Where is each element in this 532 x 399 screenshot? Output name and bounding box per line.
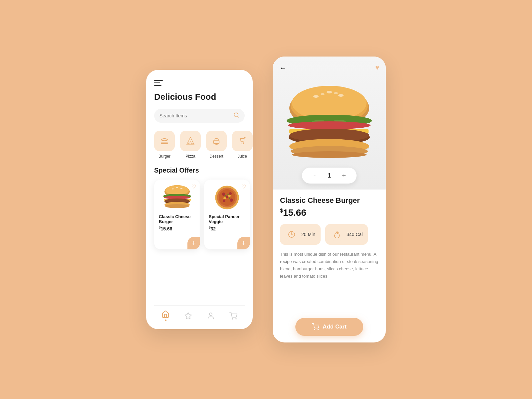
svg-rect-6 bbox=[214, 140, 219, 143]
quantity-value: 1 bbox=[326, 172, 333, 179]
svg-point-39 bbox=[209, 313, 212, 316]
favorite-button[interactable]: ♥ bbox=[375, 64, 379, 71]
search-input[interactable] bbox=[159, 113, 233, 118]
juice-icon-box bbox=[232, 131, 253, 151]
svg-point-23 bbox=[165, 204, 189, 208]
burger-svg bbox=[159, 184, 195, 211]
svg-point-35 bbox=[223, 197, 226, 199]
category-dessert[interactable]: Dessert bbox=[206, 131, 227, 159]
food-card-pizza[interactable]: ♡ bbox=[204, 180, 250, 249]
cart-nav-icon bbox=[229, 312, 237, 320]
nav-profile[interactable] bbox=[207, 312, 215, 320]
product-price: $15.66 bbox=[280, 207, 379, 218]
card-heart-pizza[interactable]: ♡ bbox=[241, 184, 246, 190]
add-burger-button[interactable]: + bbox=[187, 237, 200, 249]
add-cart-label: Add Cart bbox=[323, 324, 347, 330]
svg-point-32 bbox=[225, 195, 226, 197]
juice-icon bbox=[237, 136, 247, 146]
category-burger-label: Burger bbox=[158, 154, 170, 159]
section-title: Special Offers bbox=[154, 167, 245, 174]
card2-price: $32 bbox=[209, 225, 216, 231]
calories-icon-box bbox=[331, 228, 343, 241]
star-icon bbox=[184, 312, 192, 320]
menu-icon[interactable] bbox=[154, 80, 163, 86]
svg-point-27 bbox=[222, 193, 225, 196]
category-burger[interactable]: Burger bbox=[154, 131, 175, 159]
user-icon bbox=[207, 312, 215, 320]
page-title: Delicious Food bbox=[154, 92, 245, 102]
svg-point-29 bbox=[230, 199, 233, 202]
svg-point-50 bbox=[334, 92, 338, 94]
burger-icon-box bbox=[154, 131, 175, 151]
dessert-icon-box bbox=[206, 131, 227, 151]
cart-icon bbox=[312, 323, 319, 331]
svg-point-28 bbox=[229, 192, 232, 195]
svg-point-16 bbox=[180, 188, 182, 189]
back-button[interactable]: ← bbox=[279, 64, 287, 72]
price-value: 15.66 bbox=[283, 207, 306, 218]
bottom-nav bbox=[154, 305, 245, 323]
svg-point-63 bbox=[314, 329, 315, 330]
food-card-burger[interactable]: ♡ bbox=[154, 180, 200, 249]
svg-line-1 bbox=[237, 116, 238, 117]
time-icon-box bbox=[285, 228, 298, 241]
svg-point-30 bbox=[223, 200, 225, 202]
dessert-icon bbox=[211, 136, 221, 146]
svg-point-49 bbox=[321, 93, 325, 95]
pizza-card-image bbox=[209, 184, 245, 211]
quantity-row: - 1 + bbox=[302, 168, 357, 184]
time-tag: 20 Min bbox=[280, 224, 321, 245]
calories-tag: 340 Cal bbox=[325, 224, 368, 245]
card1-price: $15.66 bbox=[159, 225, 172, 231]
burger-icon bbox=[159, 136, 169, 146]
nav-favorites[interactable] bbox=[184, 312, 192, 320]
add-cart-button[interactable]: Add Cart bbox=[295, 318, 363, 336]
svg-point-47 bbox=[327, 91, 332, 93]
right-screen: ← ♥ bbox=[273, 57, 386, 342]
svg-point-15 bbox=[176, 187, 178, 188]
svg-point-33 bbox=[229, 198, 230, 199]
card1-name: Classic Cheese Burger bbox=[159, 214, 195, 224]
svg-point-36 bbox=[228, 195, 231, 197]
svg-point-2 bbox=[161, 139, 168, 141]
svg-point-41 bbox=[236, 319, 236, 319]
card2-name: Special Paneer Veggie bbox=[209, 214, 245, 224]
svg-point-5 bbox=[191, 143, 192, 144]
svg-point-46 bbox=[313, 95, 319, 98]
price-currency: $ bbox=[280, 208, 283, 213]
time-value: 20 Min bbox=[301, 232, 315, 237]
product-description: This is most unique dish of our restaura… bbox=[280, 251, 379, 280]
nav-cart[interactable] bbox=[229, 312, 237, 320]
card-heart-burger[interactable]: ♡ bbox=[191, 184, 196, 190]
info-tags: 20 Min 340 Cal bbox=[280, 224, 379, 245]
category-dessert-label: Dessert bbox=[209, 154, 223, 159]
home-icon bbox=[161, 310, 169, 318]
burger-card-image bbox=[159, 184, 195, 211]
categories-row: Burger Pizza bbox=[154, 131, 245, 159]
add-pizza-button[interactable]: + bbox=[237, 237, 250, 249]
pizza-icon-box bbox=[180, 131, 201, 151]
svg-point-31 bbox=[226, 196, 228, 198]
quantity-minus-button[interactable]: - bbox=[310, 171, 319, 180]
svg-point-61 bbox=[292, 151, 367, 158]
svg-point-64 bbox=[318, 329, 319, 330]
pizza-icon bbox=[185, 136, 195, 146]
calories-value: 340 Cal bbox=[347, 232, 363, 237]
category-juice[interactable]: Juice bbox=[232, 131, 253, 159]
svg-point-13 bbox=[165, 185, 189, 195]
pizza-svg bbox=[212, 184, 242, 211]
search-icon bbox=[233, 112, 239, 119]
left-screen: Delicious Food Burger bbox=[146, 70, 253, 329]
clock-icon bbox=[288, 231, 295, 238]
svg-point-34 bbox=[227, 194, 229, 195]
svg-point-4 bbox=[188, 143, 189, 144]
category-pizza[interactable]: Pizza bbox=[180, 131, 201, 159]
product-image bbox=[283, 81, 376, 175]
svg-point-3 bbox=[190, 141, 191, 143]
screens-container: Delicious Food Burger bbox=[146, 57, 386, 342]
quantity-plus-button[interactable]: + bbox=[339, 171, 349, 180]
svg-point-40 bbox=[232, 319, 233, 319]
fire-icon bbox=[333, 231, 341, 238]
nav-home[interactable] bbox=[161, 310, 169, 321]
search-bar[interactable] bbox=[154, 109, 245, 123]
